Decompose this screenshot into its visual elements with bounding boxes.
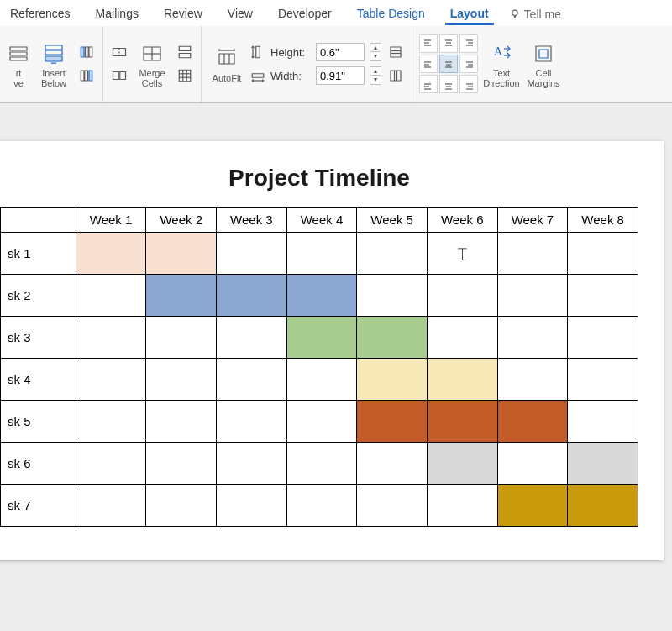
align-bot-center[interactable] xyxy=(439,75,458,93)
gantt-cell[interactable] xyxy=(568,275,638,317)
align-mid-right[interactable] xyxy=(459,55,478,73)
gantt-cell[interactable] xyxy=(497,275,568,317)
height-spinner[interactable]: ▴▾ xyxy=(370,43,381,61)
tell-me[interactable]: Tell me xyxy=(509,8,561,21)
col-week-2[interactable]: Week 2 xyxy=(146,208,217,233)
gantt-cell[interactable] xyxy=(357,317,428,359)
col-week-5[interactable]: Week 5 xyxy=(357,208,428,233)
gantt-cell[interactable] xyxy=(76,275,146,317)
cell-margins-button[interactable]: Cell Margins xyxy=(525,39,562,88)
merge-alt-button[interactable] xyxy=(176,66,194,85)
task-name-cell[interactable]: sk 2 xyxy=(1,275,76,317)
task-name-cell[interactable]: sk 7 xyxy=(1,485,76,527)
col-week-4[interactable]: Week 4 xyxy=(286,208,357,233)
gantt-cell[interactable] xyxy=(217,233,287,275)
gantt-cell[interactable] xyxy=(286,485,357,527)
gantt-cell[interactable] xyxy=(286,443,357,485)
gantt-cell[interactable] xyxy=(286,359,357,401)
gantt-cell[interactable] xyxy=(568,359,638,401)
gantt-cell[interactable] xyxy=(427,485,497,527)
tab-developer[interactable]: Developer xyxy=(273,3,337,25)
gantt-cell[interactable] xyxy=(76,317,146,359)
gantt-cell[interactable] xyxy=(146,317,217,359)
gantt-cell[interactable] xyxy=(217,317,287,359)
task-name-cell[interactable]: sk 1 xyxy=(1,233,76,275)
gantt-cell[interactable] xyxy=(217,275,287,317)
gantt-cell[interactable] xyxy=(146,359,217,401)
gantt-cell[interactable] xyxy=(427,275,497,317)
gantt-cell[interactable] xyxy=(146,485,217,527)
text-direction-button[interactable]: A Text Direction xyxy=(483,39,520,88)
gantt-cell[interactable] xyxy=(76,443,146,485)
gantt-cell[interactable] xyxy=(357,233,428,275)
gantt-cell[interactable] xyxy=(427,443,497,485)
gantt-cell[interactable] xyxy=(497,443,568,485)
gantt-cell[interactable] xyxy=(357,443,428,485)
insert-right-button[interactable] xyxy=(77,66,96,85)
gantt-cell[interactable] xyxy=(568,317,638,359)
gantt-cell[interactable] xyxy=(146,275,217,317)
tab-review[interactable]: Review xyxy=(159,3,207,25)
insert-left-button[interactable] xyxy=(77,43,96,61)
gantt-cell[interactable] xyxy=(76,485,146,527)
gantt-cell[interactable] xyxy=(286,401,357,443)
header-blank[interactable] xyxy=(1,208,76,233)
gantt-cell[interactable] xyxy=(286,275,357,317)
tab-references[interactable]: References xyxy=(5,3,76,25)
gantt-cell[interactable] xyxy=(568,485,638,527)
gantt-cell[interactable]: ⌶ xyxy=(427,233,497,275)
align-bot-right[interactable] xyxy=(459,75,478,93)
width-spinner[interactable]: ▴▾ xyxy=(370,66,381,85)
gantt-cell[interactable] xyxy=(217,401,287,443)
document-canvas[interactable]: Project Timeline Week 1 Week 2 Week 3 We… xyxy=(0,103,672,560)
width-input[interactable] xyxy=(316,66,365,85)
tab-view[interactable]: View xyxy=(223,3,258,25)
insert-below-button[interactable]: Insert Below xyxy=(35,39,72,88)
col-week-3[interactable]: Week 3 xyxy=(217,208,287,233)
project-table[interactable]: Week 1 Week 2 Week 3 Week 4 Week 5 Week … xyxy=(0,207,638,527)
gantt-cell[interactable] xyxy=(217,485,287,527)
gantt-cell[interactable] xyxy=(497,485,568,527)
tab-table-design[interactable]: Table Design xyxy=(352,3,430,25)
gantt-cell[interactable] xyxy=(497,359,568,401)
gantt-cell[interactable] xyxy=(497,317,568,359)
merge-cells-button[interactable]: Merge Cells xyxy=(134,39,171,88)
gantt-cell[interactable] xyxy=(568,233,638,275)
gantt-cell[interactable] xyxy=(357,485,428,527)
gantt-cell[interactable] xyxy=(497,401,568,443)
gantt-cell[interactable] xyxy=(146,401,217,443)
align-bot-left[interactable] xyxy=(419,75,438,93)
split-cells-button[interactable] xyxy=(110,66,129,85)
tab-mailings[interactable]: Mailings xyxy=(91,3,144,25)
task-name-cell[interactable]: sk 6 xyxy=(1,443,76,485)
autofit-button[interactable]: AutoFit xyxy=(208,45,245,83)
align-mid-center[interactable] xyxy=(439,55,458,73)
gantt-cell[interactable] xyxy=(76,233,146,275)
align-mid-left[interactable] xyxy=(419,55,438,73)
merge-cells-small-button[interactable] xyxy=(110,43,129,61)
align-top-center[interactable] xyxy=(439,34,458,53)
gantt-cell[interactable] xyxy=(427,401,497,443)
col-week-8[interactable]: Week 8 xyxy=(568,208,638,233)
page[interactable]: Project Timeline Week 1 Week 2 Week 3 We… xyxy=(0,141,664,560)
gantt-cell[interactable] xyxy=(76,359,146,401)
align-top-right[interactable] xyxy=(459,34,478,53)
height-input[interactable] xyxy=(316,43,365,61)
gantt-cell[interactable] xyxy=(497,233,568,275)
gantt-cell[interactable] xyxy=(286,317,357,359)
task-name-cell[interactable]: sk 3 xyxy=(1,317,76,359)
tab-layout[interactable]: Layout xyxy=(445,3,494,25)
gantt-cell[interactable] xyxy=(76,401,146,443)
col-week-7[interactable]: Week 7 xyxy=(497,208,568,233)
distribute-columns-button[interactable] xyxy=(386,66,405,85)
gantt-cell[interactable] xyxy=(146,443,217,485)
gantt-cell[interactable] xyxy=(217,443,287,485)
gantt-cell[interactable] xyxy=(357,275,428,317)
split-table-button[interactable] xyxy=(176,43,194,61)
col-week-6[interactable]: Week 6 xyxy=(427,208,497,233)
gantt-cell[interactable] xyxy=(217,359,287,401)
task-name-cell[interactable]: sk 4 xyxy=(1,359,76,401)
gantt-cell[interactable] xyxy=(568,443,638,485)
distribute-rows-button[interactable] xyxy=(386,43,405,61)
gantt-cell[interactable] xyxy=(286,233,357,275)
